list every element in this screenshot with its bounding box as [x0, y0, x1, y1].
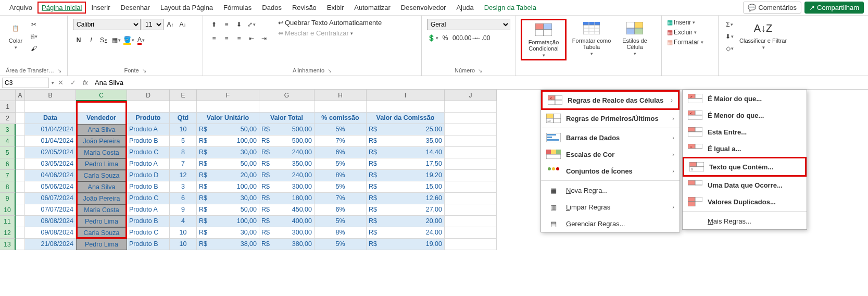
- cell[interactable]: R$19,20: [367, 170, 445, 181]
- fill-color-button[interactable]: 🪣▾: [123, 34, 134, 46]
- cell[interactable]: Produto B: [127, 135, 170, 147]
- cell[interactable]: Valor Total: [259, 113, 315, 124]
- cell[interactable]: 01/04/2024: [25, 135, 76, 147]
- menu-desenvolvedor[interactable]: Desenvolvedor: [396, 2, 451, 14]
- formatacao-condicional-button[interactable]: Formatação Condicional▾: [521, 19, 567, 60]
- menu-automatizar[interactable]: Automatizar: [349, 2, 395, 14]
- cell[interactable]: [16, 227, 25, 239]
- cell[interactable]: Valor da Comissão: [367, 113, 445, 124]
- menu-layout[interactable]: Layout da Página: [155, 2, 218, 14]
- underline-button[interactable]: S▾: [98, 34, 109, 46]
- format-painter-button[interactable]: 🖌: [28, 43, 40, 54]
- menu-dados[interactable]: Dados: [257, 2, 287, 14]
- cell[interactable]: R$350,00: [259, 158, 315, 170]
- cell[interactable]: 5%: [315, 181, 367, 193]
- cell[interactable]: 8%: [315, 170, 367, 181]
- row-header-2[interactable]: 2: [0, 113, 16, 124]
- cell[interactable]: R$50,00: [197, 158, 259, 170]
- menu-escalas-cor[interactable]: Escalas de Cor ›: [541, 146, 680, 163]
- cell[interactable]: 5%: [315, 239, 367, 250]
- align-left-button[interactable]: ≡: [208, 33, 220, 44]
- cell[interactable]: Pedro Lima: [76, 239, 127, 250]
- cell[interactable]: R$240,00: [259, 147, 315, 158]
- spreadsheet-grid[interactable]: 12345678910111213 ABCDEFGHIJ DataVendedo…: [0, 90, 868, 250]
- cell[interactable]: Data: [25, 113, 76, 124]
- cell[interactable]: [445, 181, 497, 193]
- cell[interactable]: R$240,00: [259, 170, 315, 181]
- cell[interactable]: 10: [170, 239, 197, 250]
- decrease-indent-button[interactable]: ⇤: [246, 33, 257, 44]
- row-header-1[interactable]: 1: [0, 101, 16, 113]
- cell[interactable]: 5%: [315, 216, 367, 227]
- cell[interactable]: 8%: [315, 227, 367, 239]
- font-size-select[interactable]: 11: [142, 19, 163, 30]
- submenu-mais-regras[interactable]: Mais Regras...: [683, 213, 807, 229]
- cell[interactable]: 09/08/2024: [25, 227, 76, 239]
- decrease-decimal-button[interactable]: ←.00: [477, 32, 488, 44]
- row-header-7[interactable]: 7: [0, 170, 16, 181]
- cell[interactable]: [445, 101, 497, 113]
- menu-nova-regra[interactable]: ▦ Nova Regra...: [541, 182, 680, 199]
- select-all-corner[interactable]: [0, 90, 16, 101]
- cell[interactable]: Produto C: [127, 147, 170, 158]
- cell[interactable]: [16, 170, 25, 181]
- cell[interactable]: 7: [170, 158, 197, 170]
- row-header-13[interactable]: 13: [0, 239, 16, 250]
- cell[interactable]: R$30,00: [197, 193, 259, 204]
- menu-regras-realce[interactable]: < Regras de Realce das Células ›: [541, 90, 680, 110]
- cell[interactable]: % comissão: [315, 113, 367, 124]
- estilos-celula-button[interactable]: Estilos de Célula▾: [617, 19, 653, 57]
- cell[interactable]: [315, 101, 367, 113]
- align-center-button[interactable]: ≡: [221, 33, 232, 44]
- align-right-button[interactable]: ≡: [233, 33, 245, 44]
- cell[interactable]: [76, 101, 127, 113]
- cell[interactable]: 05/06/2024: [25, 181, 76, 193]
- cell[interactable]: Pedro Lima: [76, 158, 127, 170]
- cell[interactable]: 07/07/2024: [25, 204, 76, 216]
- formatar-celulas-button[interactable]: ▦Formatar▾: [667, 39, 703, 46]
- increase-decimal-button[interactable]: .00→: [464, 32, 476, 44]
- cell[interactable]: R$14,40: [367, 147, 445, 158]
- dialog-launcher-icon[interactable]: ↘: [57, 68, 61, 73]
- accounting-format-button[interactable]: 💲▾: [427, 32, 438, 44]
- cell[interactable]: [445, 239, 497, 250]
- cell[interactable]: Produto: [127, 113, 170, 124]
- cell[interactable]: R$12,60: [367, 193, 445, 204]
- inserir-celulas-button[interactable]: ▦Inserir▾: [667, 19, 703, 26]
- decrease-font-button[interactable]: A↓: [177, 19, 188, 30]
- cell[interactable]: R$100,00: [197, 135, 259, 147]
- menu-inserir[interactable]: Inserir: [86, 2, 115, 14]
- cell[interactable]: Vendedor: [76, 113, 127, 124]
- cell[interactable]: [259, 101, 315, 113]
- menu-exibir[interactable]: Exibir: [322, 2, 349, 14]
- col-header-E[interactable]: E: [170, 90, 197, 101]
- cell[interactable]: R$100,00: [197, 216, 259, 227]
- cell[interactable]: [16, 147, 25, 158]
- cell[interactable]: 03/05/2024: [25, 158, 76, 170]
- row-header-5[interactable]: 5: [0, 147, 16, 158]
- cell[interactable]: [16, 181, 25, 193]
- cell[interactable]: Maria Costa: [76, 147, 127, 158]
- comentarios-button[interactable]: 💬 Comentários: [743, 2, 801, 14]
- cell[interactable]: Pedro Lima: [76, 216, 127, 227]
- cell[interactable]: Produto C: [127, 193, 170, 204]
- cell[interactable]: R$450,00: [259, 204, 315, 216]
- cell[interactable]: Valor Unitário: [197, 113, 259, 124]
- cell[interactable]: R$30,00: [197, 147, 259, 158]
- submenu-maior[interactable]: > É Maior do que...: [683, 90, 807, 107]
- col-header-D[interactable]: D: [127, 90, 170, 101]
- cell[interactable]: Produto D: [127, 170, 170, 181]
- row-header-10[interactable]: 10: [0, 204, 16, 216]
- cell[interactable]: [127, 101, 170, 113]
- cell[interactable]: [445, 135, 497, 147]
- insert-function-button[interactable]: fx: [79, 79, 92, 87]
- cell[interactable]: 12: [170, 170, 197, 181]
- cell[interactable]: [16, 216, 25, 227]
- fill-button[interactable]: ⬇▾: [724, 31, 735, 42]
- cell[interactable]: [16, 124, 25, 135]
- cell[interactable]: João Pereira: [76, 135, 127, 147]
- font-color-button[interactable]: A▾: [135, 34, 147, 46]
- cell[interactable]: [16, 101, 25, 113]
- cell[interactable]: Ana Silva: [76, 181, 127, 193]
- cell[interactable]: [445, 216, 497, 227]
